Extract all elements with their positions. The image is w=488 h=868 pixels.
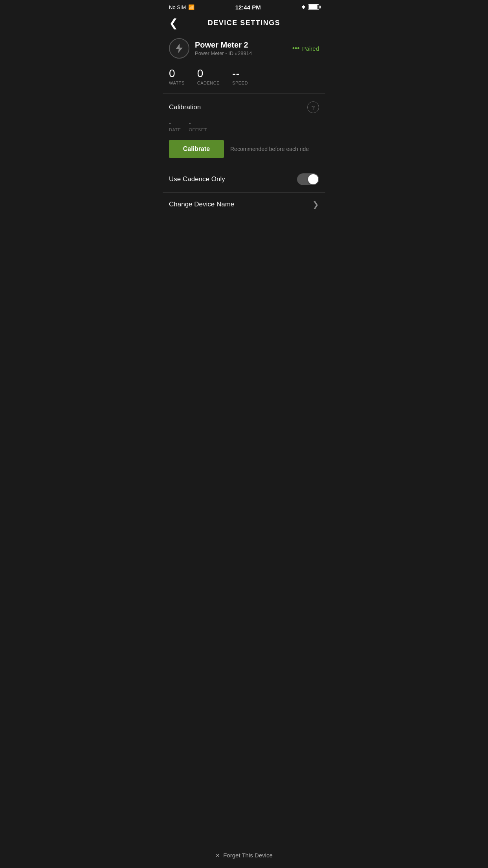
calibration-header: Calibration ? [169, 101, 319, 113]
change-name-label: Change Device Name [169, 200, 234, 208]
toggle-knob [308, 174, 318, 184]
device-subtext: Power Meter - ID #28914 [195, 50, 252, 56]
device-name: Power Meter 2 [195, 40, 252, 50]
watts-value: 0 [169, 68, 185, 79]
calibration-data: - DATE - OFFSET [169, 120, 319, 132]
cadence-value: 0 [197, 68, 220, 79]
cadence-only-toggle[interactable] [297, 173, 319, 185]
calibration-title: Calibration [169, 103, 201, 111]
calibrate-row: Calibrate Recommended before each ride [169, 140, 319, 158]
setting-cadence-only: Use Cadence Only [163, 166, 325, 192]
speed-label: SPEED [232, 81, 248, 85]
setting-change-name[interactable]: Change Device Name ❯ [163, 192, 325, 216]
paired-label: Paired [302, 45, 319, 52]
watts-label: WATTS [169, 81, 185, 85]
status-right: ✱ [301, 4, 319, 10]
device-left: Power Meter 2 Power Meter - ID #28914 [169, 38, 252, 59]
cal-offset-label: OFFSET [189, 127, 207, 132]
metrics-row: 0 WATTS 0 CADENCE -- SPEED [163, 66, 325, 93]
chevron-right-icon: ❯ [312, 200, 319, 209]
cal-date-value: - [169, 120, 181, 127]
metric-speed: -- SPEED [232, 68, 248, 85]
carrier-label: No SIM [169, 4, 186, 10]
cal-offset-item: - OFFSET [189, 120, 207, 132]
calibration-section: Calibration ? - DATE - OFFSET Calibrate … [163, 94, 325, 166]
battery-fill [309, 5, 317, 9]
metric-watts: 0 WATTS [169, 68, 185, 85]
settings-section: Use Cadence Only Change Device Name ❯ [163, 166, 325, 216]
cal-date-item: - DATE [169, 120, 181, 132]
device-icon [169, 38, 189, 59]
bluetooth-icon: ✱ [301, 4, 306, 10]
battery-icon [308, 4, 319, 10]
cal-date-label: DATE [169, 127, 181, 132]
wifi-icon: 📶 [188, 4, 194, 10]
page-title: DEVICE SETTINGS [208, 19, 281, 27]
header: ❮ DEVICE SETTINGS [163, 14, 325, 32]
device-text: Power Meter 2 Power Meter - ID #28914 [195, 40, 252, 56]
calibrate-button[interactable]: Calibrate [169, 140, 224, 158]
cadence-label: CADENCE [197, 81, 220, 85]
paired-dots-icon: ••• [292, 44, 300, 53]
cadence-only-label: Use Cadence Only [169, 175, 225, 183]
bolt-icon [174, 43, 185, 54]
help-icon: ? [312, 104, 315, 111]
device-info: Power Meter 2 Power Meter - ID #28914 ••… [163, 32, 325, 66]
speed-value: -- [232, 68, 248, 79]
status-time: 12:44 PM [235, 4, 261, 11]
cal-offset-value: - [189, 120, 207, 127]
metric-cadence: 0 CADENCE [197, 68, 220, 85]
status-left: No SIM 📶 [169, 4, 194, 10]
help-button[interactable]: ? [307, 101, 319, 113]
back-button[interactable]: ❮ [169, 18, 178, 29]
paired-badge: ••• Paired [292, 44, 319, 53]
status-bar: No SIM 📶 12:44 PM ✱ [163, 0, 325, 14]
calibrate-hint: Recommended before each ride [230, 146, 309, 152]
